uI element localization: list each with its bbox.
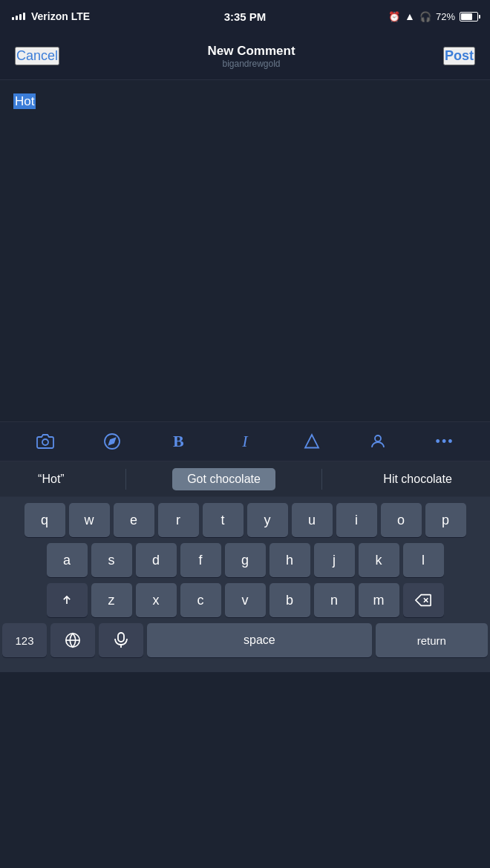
status-bar: Verizon LTE 3:35 PM ⏰ ▲ 🎧 72% [0, 0, 490, 33]
signal-bar-3 [19, 14, 22, 20]
nav-center: New Comment bigandrewgold [207, 44, 295, 69]
key-t[interactable]: t [203, 503, 244, 537]
alarm-icon: ⏰ [388, 11, 400, 22]
comment-text: Hot [13, 92, 477, 111]
key-g[interactable]: g [225, 543, 266, 577]
key-a[interactable]: a [47, 543, 88, 577]
status-time: 3:35 PM [224, 10, 267, 23]
key-h[interactable]: h [270, 543, 310, 577]
globe-key[interactable] [50, 623, 95, 657]
key-j[interactable]: j [314, 543, 355, 577]
backspace-key[interactable] [403, 583, 444, 617]
key-b[interactable]: b [270, 583, 310, 617]
keyboard-row-4: 123 space return [2, 623, 488, 657]
navigation-icon: ▲ [405, 10, 415, 22]
key-m[interactable]: m [359, 583, 399, 617]
key-o[interactable]: o [381, 503, 422, 537]
key-i[interactable]: i [336, 503, 377, 537]
key-f[interactable]: f [180, 543, 221, 577]
italic-icon[interactable]: I [229, 425, 261, 458]
person-icon[interactable] [362, 425, 394, 458]
signal-bars [12, 13, 25, 20]
selected-text: Hot [13, 93, 36, 109]
key-v[interactable]: v [225, 583, 266, 617]
formatting-toolbar: B I ••• [0, 421, 490, 461]
status-right-icons: ⏰ ▲ 🎧 72% [388, 10, 478, 22]
space-key[interactable]: space [147, 623, 372, 657]
signal-bar-4 [23, 13, 25, 20]
key-n[interactable]: n [314, 583, 355, 617]
key-c[interactable]: c [180, 583, 221, 617]
carrier-label: Verizon LTE [31, 10, 90, 22]
key-x[interactable]: x [136, 583, 177, 617]
shift-key[interactable] [47, 583, 88, 617]
signal-bar-2 [16, 16, 18, 20]
autocomplete-item-0[interactable]: “Hot” [23, 468, 79, 490]
nav-title: New Comment [207, 44, 295, 59]
svg-marker-3 [305, 435, 318, 448]
cancel-button[interactable]: Cancel [15, 47, 59, 65]
keyboard-row-3: z x c v b n m [2, 583, 488, 617]
shape-icon[interactable] [295, 425, 328, 458]
key-l[interactable]: l [403, 543, 444, 577]
svg-marker-2 [108, 438, 114, 444]
comment-text-area[interactable]: Hot [0, 80, 490, 421]
key-r[interactable]: r [158, 503, 199, 537]
svg-point-4 [375, 435, 381, 441]
battery-fill [461, 13, 472, 20]
key-u[interactable]: u [292, 503, 333, 537]
num-key[interactable]: 123 [2, 623, 47, 657]
return-key[interactable]: return [376, 623, 488, 657]
mic-key[interactable] [99, 623, 143, 657]
key-e[interactable]: e [114, 503, 154, 537]
key-d[interactable]: d [136, 543, 177, 577]
svg-rect-10 [118, 633, 124, 642]
svg-point-0 [42, 439, 48, 445]
keyboard: q w e r t y u i o p a s d f g h j k l z … [0, 497, 490, 666]
key-p[interactable]: p [425, 503, 466, 537]
autocomplete-bar: “Hot” Got chocolate Hit chocolate [0, 461, 490, 497]
compass-icon[interactable] [96, 425, 128, 458]
autocomplete-divider-2 [321, 469, 322, 490]
headphone-icon: 🎧 [419, 11, 431, 22]
signal-bar-1 [12, 17, 14, 20]
autocomplete-divider-1 [125, 469, 126, 490]
carrier-info: Verizon LTE [12, 10, 90, 22]
autocomplete-item-2[interactable]: Hit chocolate [368, 468, 467, 490]
nav-subtitle: bigandrewgold [207, 59, 295, 69]
key-k[interactable]: k [359, 543, 399, 577]
key-y[interactable]: y [247, 503, 288, 537]
key-q[interactable]: q [24, 503, 65, 537]
key-z[interactable]: z [91, 583, 132, 617]
camera-icon[interactable] [29, 425, 62, 458]
autocomplete-item-1[interactable]: Got chocolate [172, 468, 275, 490]
post-button[interactable]: Post [443, 47, 475, 65]
keyboard-row-1: q w e r t y u i o p [2, 503, 488, 537]
keyboard-row-2: a s d f g h j k l [2, 543, 488, 577]
key-s[interactable]: s [91, 543, 132, 577]
more-icon[interactable]: ••• [428, 425, 461, 458]
nav-bar: Cancel New Comment bigandrewgold Post [0, 33, 490, 80]
bold-icon[interactable]: B [162, 425, 195, 458]
home-indicator [0, 666, 490, 672]
battery-percent: 72% [436, 11, 455, 22]
key-w[interactable]: w [69, 503, 110, 537]
battery-icon [460, 12, 478, 22]
